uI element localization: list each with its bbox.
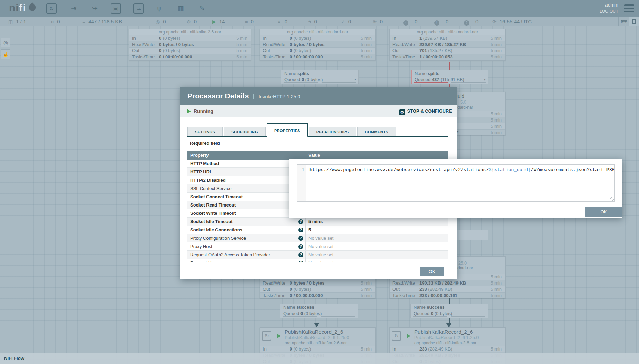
run-status-label: Running	[194, 105, 213, 117]
dialog-ok-button[interactable]: OK	[420, 267, 444, 276]
connection-line	[317, 62, 317, 70]
refresh-icon[interactable]	[492, 17, 497, 26]
table-row: Proxy Host?No value set	[187, 242, 448, 251]
breadcrumb: NiFi Flow	[0, 353, 639, 364]
connection-label-success[interactable]: Name success Queued 0 (0 bytes)	[280, 304, 358, 318]
add-input-port-icon[interactable]	[68, 3, 79, 14]
breadcrumb-root[interactable]: NiFi Flow	[4, 356, 24, 361]
status-bar: 1 / 1 0 447 / 118.5 KB 0 0 14 0 0 0 0 0 …	[0, 17, 639, 26]
help-icon[interactable]: ?	[298, 228, 303, 232]
queue-progress-bar	[283, 316, 317, 317]
processor-type: PublishKafkaRecord_2_6 1.25.0	[414, 335, 479, 340]
help-icon[interactable]: ?	[298, 244, 303, 249]
line-number-gutter: 1	[297, 165, 306, 201]
help-icon[interactable]: ?	[298, 252, 303, 257]
bundle-fragment: dard-nar	[457, 105, 473, 110]
stop-configure-icon: ⚙	[399, 109, 405, 115]
stat-row: Tasks/Time233 / 00:00:00.1615 min	[390, 292, 505, 298]
logout-link[interactable]: LOG OUT	[600, 9, 618, 14]
processor-type: PublishKafkaRecord_2_6 1.25.0	[285, 335, 349, 340]
table-row: Socket Idle Connections?5	[187, 226, 448, 234]
tab-comments[interactable]: COMMENTS	[357, 127, 396, 136]
queue-progress-bar	[284, 82, 318, 83]
dialog-tabs: SETTINGS SCHEDULING PROPERTIES RELATIONS…	[187, 123, 448, 137]
tab-settings[interactable]: SETTINGS	[187, 127, 223, 136]
stat-row: Tasks/Time0 / 00:00:00.0005 min	[260, 54, 375, 60]
processor-name: PublishKafkaRecord_2_6	[414, 329, 473, 335]
invalid-icon	[277, 17, 281, 26]
global-menu-icon[interactable]	[624, 4, 634, 14]
add-remote-process-group-icon[interactable]	[133, 3, 144, 14]
table-header: PropertyValue	[187, 151, 448, 160]
add-process-group-icon[interactable]	[111, 3, 121, 14]
connection-label-splits-backpressure[interactable]: Name splits Queued 437 (115.91 KB)	[411, 70, 488, 84]
table-row: Socket Idle Timeout?5 mins	[187, 218, 448, 226]
size-progress-bar	[451, 316, 485, 317]
stat-row: Out233 (282.49 KB)5 min	[390, 286, 505, 292]
nifi-logo: ninififi	[9, 2, 34, 14]
tab-relationships[interactable]: RELATIONSHIPS	[309, 127, 356, 136]
add-output-port-icon[interactable]	[90, 3, 100, 14]
add-template-icon[interactable]	[176, 3, 186, 14]
sync-failure-icon: ?	[464, 20, 469, 26]
connection-line-alert	[449, 62, 450, 70]
tab-scheduling[interactable]: SCHEDULING	[224, 127, 266, 136]
processor-name: PublishKafkaRecord_2_6	[285, 329, 343, 335]
processor-stats-box[interactable]: org.apache.nifi - nifi-standard-nar In1 …	[389, 29, 506, 61]
value-editor-popup: 1 https://www.pegelonline.wsv.de/webserv…	[289, 159, 622, 218]
locally-modified-icon	[373, 17, 377, 26]
help-icon[interactable]: ?	[298, 219, 303, 224]
help-icon[interactable]: ?	[298, 261, 303, 262]
cluster-icon	[8, 17, 13, 26]
stat-row: In1 (239.67 KB)5 min	[390, 35, 505, 41]
connection-label-splits[interactable]: Name splits Queued 0 (0 bytes)	[281, 70, 359, 84]
processor-version-fragment: 5.0	[460, 99, 466, 105]
bundle-label: org.apache.nifi - nifi-kafka-2-6-nar	[285, 341, 347, 345]
help-icon[interactable]: ?	[298, 236, 303, 241]
value-editor-text[interactable]: https://www.pegelonline.wsv.de/webservic…	[307, 165, 614, 201]
table-row: Request OAuth2 Access Token Provider?No …	[187, 251, 448, 259]
navigate-palette-button[interactable]	[1, 38, 10, 47]
add-processor-icon[interactable]	[46, 3, 57, 14]
resize-handle[interactable]	[610, 197, 614, 201]
processor-stats-box[interactable]: org.apache.nifi - nifi-kafka-2-6-nar In0…	[129, 29, 251, 61]
status-row: Running ⚙STOP & CONFIGURE	[180, 105, 457, 117]
processor-icon: ↻	[262, 331, 271, 341]
load-balance-icon	[354, 77, 356, 82]
add-funnel-icon[interactable]	[154, 3, 164, 14]
stale-icon: ↑	[403, 20, 408, 26]
running-icon	[407, 334, 410, 338]
tab-properties[interactable]: PROPERTIES	[267, 123, 308, 137]
flow-summary-icon[interactable]	[632, 19, 636, 24]
stat-row: Read/Write239.67 KB / 185.27 KB5 min	[390, 41, 505, 47]
size-progress-bar	[321, 316, 355, 317]
stat-row: Out0 (0 bytes)5 min	[129, 47, 251, 54]
connection-line	[317, 84, 317, 87]
arrowhead-icon	[314, 323, 319, 327]
bundle-fragment: dard-nar	[457, 266, 473, 270]
threads-icon	[50, 17, 54, 26]
editor-ok-button[interactable]: OK	[585, 207, 622, 217]
nifi-drop-icon	[27, 2, 37, 12]
queue-progress-bar	[413, 316, 447, 317]
current-user: admin	[605, 2, 618, 8]
stop-and-configure-button[interactable]: ⚙STOP & CONFIGURE	[399, 105, 452, 117]
arrowhead-icon	[446, 323, 451, 327]
bundle-label: org.apache.nifi - nifi-kafka-2-6-nar	[414, 341, 476, 345]
processor-stats-box[interactable]: org.apache.nifi - nifi-standard-nar In0 …	[260, 29, 376, 61]
bundle-label: org.apache.nifi - nifi-standard-nar	[260, 29, 375, 35]
app-header: ninififi admin LOG OUT	[0, 0, 639, 17]
processor-version-fragment: 25.0	[458, 260, 467, 266]
birdseye-toggle-icon[interactable]: ⊞⊞	[621, 19, 627, 24]
connection-label-success[interactable]: Name success Queued 0 (0 bytes)	[410, 304, 488, 318]
running-icon	[187, 109, 191, 114]
stat-row: Tasks/Time0 / 00:00:00.0005 min	[260, 292, 375, 298]
value-editor[interactable]: 1 https://www.pegelonline.wsv.de/webserv…	[297, 164, 615, 202]
operate-palette-button[interactable]	[1, 49, 10, 59]
locally-modified-stale-icon: !	[434, 20, 439, 26]
stat-row: In0 (0 bytes)5 min	[260, 35, 375, 41]
load-balance-icon	[483, 77, 486, 82]
stat-row: In0 (0 bytes)5 min	[260, 346, 375, 352]
stopped-icon	[245, 17, 248, 26]
add-label-icon[interactable]	[197, 3, 207, 14]
